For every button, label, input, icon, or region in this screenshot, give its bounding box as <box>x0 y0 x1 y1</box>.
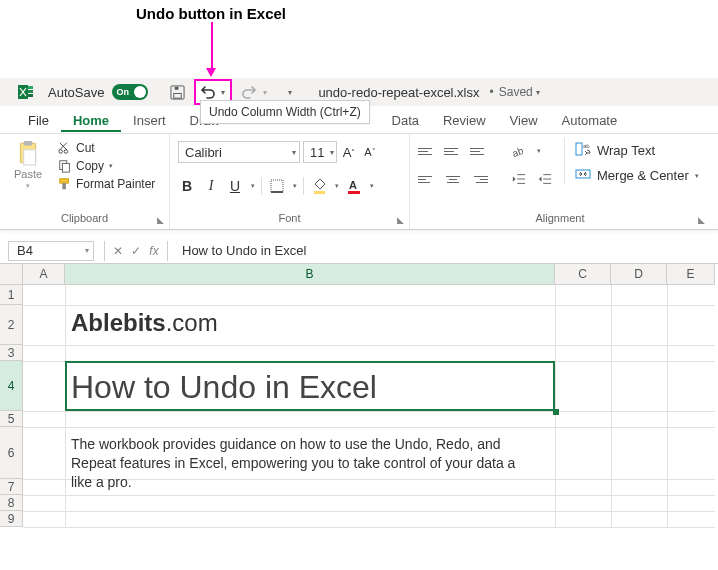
decrease-font-button[interactable]: A˅ <box>361 143 379 161</box>
italic-button[interactable]: I <box>202 177 220 195</box>
decrease-indent-button[interactable] <box>510 170 528 188</box>
svg-text:ab: ab <box>511 145 525 159</box>
copy-label: Copy <box>76 159 104 173</box>
font-size-value: 11 <box>310 145 324 160</box>
tab-home[interactable]: Home <box>61 108 121 132</box>
tab-review[interactable]: Review <box>431 108 498 132</box>
svg-rect-18 <box>314 191 325 194</box>
font-size-combo[interactable]: 11 ▾ <box>303 141 337 163</box>
align-middle-button[interactable] <box>444 144 462 158</box>
svg-rect-1 <box>28 86 33 89</box>
chevron-down-icon: ▾ <box>536 88 540 97</box>
cell-selection <box>65 361 555 411</box>
row-header-8[interactable]: 8 <box>0 495 23 511</box>
row-header-9[interactable]: 9 <box>0 511 23 527</box>
cell-grid[interactable]: Ablebits.com How to Undo in Excel The wo… <box>23 285 715 527</box>
row-header-1[interactable]: 1 <box>0 285 23 305</box>
paste-label: Paste <box>14 168 42 180</box>
tab-data[interactable]: Data <box>380 108 431 132</box>
svg-rect-16 <box>271 180 283 192</box>
name-box[interactable]: B4 ▾ <box>8 241 94 261</box>
enter-formula-button[interactable]: ✓ <box>127 242 145 260</box>
svg-point-10 <box>59 150 63 154</box>
alignment-dialog-launcher[interactable]: ◣ <box>695 215 707 227</box>
tab-file[interactable]: File <box>16 108 61 132</box>
wrap-text-button[interactable]: ab Wrap Text <box>575 142 699 159</box>
copy-button[interactable]: Copy ▾ <box>58 159 155 173</box>
paintbrush-icon <box>58 177 72 191</box>
underline-button[interactable]: U <box>226 177 244 195</box>
orientation-button[interactable]: ab <box>510 142 528 160</box>
customize-qat-dropdown[interactable]: ▾ <box>284 86 296 99</box>
align-bottom-button[interactable] <box>470 144 488 158</box>
tab-automate[interactable]: Automate <box>550 108 630 132</box>
undo-tooltip: Undo Column Width (Ctrl+Z) <box>200 100 370 124</box>
save-status[interactable]: • Saved ▾ <box>488 85 540 99</box>
undo-dropdown[interactable]: ▾ <box>218 82 228 102</box>
font-group-label: Font <box>178 211 401 227</box>
row-header-2[interactable]: 2 <box>0 305 23 345</box>
font-name-combo[interactable]: Calibri ▾ <box>178 141 300 163</box>
wraptext-icon: ab <box>575 142 591 159</box>
name-box-value: B4 <box>17 243 33 258</box>
svg-rect-20 <box>348 191 360 194</box>
row-header-6[interactable]: 6 <box>0 427 23 479</box>
titlebar: AutoSave On ▾ ▾ ▾ undo-redo-repeat-excel… <box>0 78 718 106</box>
font-name-value: Calibri <box>185 145 222 160</box>
col-header-b[interactable]: B <box>65 264 555 285</box>
align-right-button[interactable] <box>470 172 488 186</box>
row-header-7[interactable]: 7 <box>0 479 23 495</box>
merge-center-button[interactable]: Merge & Center ▾ <box>575 167 699 184</box>
format-painter-button[interactable]: Format Painter <box>58 177 155 191</box>
row-header-3[interactable]: 3 <box>0 345 23 361</box>
undo-button[interactable] <box>198 82 218 102</box>
select-all-button[interactable] <box>0 264 23 285</box>
svg-rect-14 <box>60 179 69 183</box>
clipboard-group-label: Clipboard <box>8 211 161 227</box>
row-header-5[interactable]: 5 <box>0 411 23 427</box>
autosave-label: AutoSave <box>48 85 104 100</box>
align-top-button[interactable] <box>418 144 436 158</box>
save-button[interactable] <box>166 81 188 103</box>
spreadsheet: A B C D E 1 2 3 4 5 6 7 8 9 <box>0 264 718 527</box>
column-headers: A B C D E <box>23 264 715 285</box>
formula-input[interactable]: How to Undo in Excel <box>172 243 718 258</box>
align-center-button[interactable] <box>444 172 462 186</box>
clipboard-dialog-launcher[interactable]: ◣ <box>154 215 166 227</box>
increase-indent-button[interactable] <box>536 170 554 188</box>
svg-rect-5 <box>174 93 182 98</box>
col-header-d[interactable]: D <box>611 264 667 285</box>
font-dialog-launcher[interactable]: ◣ <box>394 215 406 227</box>
tab-view[interactable]: View <box>498 108 550 132</box>
fill-color-button[interactable] <box>310 177 328 195</box>
increase-font-button[interactable]: A˄ <box>340 143 358 161</box>
svg-rect-6 <box>175 86 179 89</box>
filename-label[interactable]: undo-redo-repeat-excel.xlsx <box>318 85 479 100</box>
paste-button[interactable]: Paste ▾ <box>8 138 48 192</box>
font-color-button[interactable]: A <box>345 177 363 195</box>
cut-button[interactable]: Cut <box>58 141 155 155</box>
col-header-a[interactable]: A <box>23 264 65 285</box>
fill-handle[interactable] <box>553 409 559 415</box>
annotation-label: Undo button in Excel <box>136 5 286 22</box>
col-header-e[interactable]: E <box>667 264 715 285</box>
copy-icon <box>58 159 72 173</box>
autosave-toggle[interactable]: On <box>112 84 148 100</box>
align-left-button[interactable] <box>418 172 436 186</box>
bold-button[interactable]: B <box>178 177 196 195</box>
merge-label: Merge & Center <box>597 168 689 183</box>
cancel-formula-button[interactable]: ✕ <box>109 242 127 260</box>
row-header-4[interactable]: 4 <box>0 361 23 411</box>
svg-rect-30 <box>576 170 590 178</box>
redo-dropdown[interactable]: ▾ <box>260 82 270 102</box>
annotation-arrow <box>204 22 218 78</box>
tab-insert[interactable]: Insert <box>121 108 178 132</box>
cell-b6: The workbook provides guidance on how to… <box>71 435 531 492</box>
svg-rect-15 <box>62 183 66 189</box>
col-header-c[interactable]: C <box>555 264 611 285</box>
formula-bar: B4 ▾ ✕ ✓ fx How to Undo in Excel <box>0 238 718 264</box>
fx-button[interactable]: fx <box>145 242 163 260</box>
cut-label: Cut <box>76 141 95 155</box>
border-button[interactable] <box>268 177 286 195</box>
row-headers: 1 2 3 4 5 6 7 8 9 <box>0 285 23 527</box>
